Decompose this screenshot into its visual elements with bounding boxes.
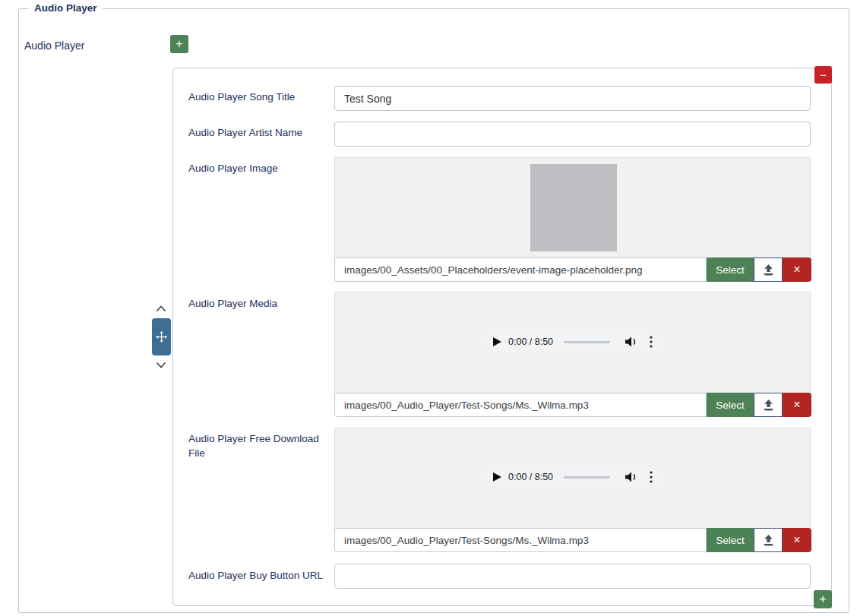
volume-icon[interactable] (625, 336, 638, 347)
remove-row-button[interactable]: − (814, 66, 832, 84)
upload-icon (762, 264, 775, 276)
free-download-select-button[interactable]: Select (707, 528, 754, 552)
move-icon (156, 331, 167, 343)
upload-icon (762, 399, 775, 412)
kebab-menu-icon[interactable] (650, 471, 653, 483)
buy-button-url-input[interactable] (334, 564, 811, 589)
free-download-player-time: 0:00 / 8:50 (508, 472, 553, 482)
free-download-label: Audio Player Free Download File (188, 431, 319, 460)
media-clear-button[interactable]: × (783, 393, 811, 417)
artist-name-label: Audio Player Artist Name (188, 125, 327, 140)
media-path-input[interactable] (334, 393, 707, 417)
image-preview-area (334, 157, 811, 257)
move-row-up-button[interactable] (156, 303, 166, 310)
fieldset-legend: Audio Player (29, 2, 103, 14)
song-title-input[interactable] (334, 86, 811, 111)
play-icon[interactable] (493, 337, 501, 346)
free-download-clear-button[interactable]: × (783, 528, 811, 552)
image-clear-button[interactable]: × (783, 257, 811, 282)
image-select-button[interactable]: Select (707, 257, 754, 282)
kebab-menu-icon[interactable] (650, 336, 653, 348)
media-progress-bar[interactable] (564, 341, 610, 343)
media-select-button[interactable]: Select (707, 393, 754, 417)
add-row-button[interactable]: + (170, 35, 188, 53)
drag-row-handle[interactable] (152, 318, 171, 355)
media-player-time: 0:00 / 8:50 (508, 336, 553, 347)
audio-player-form: Audio Player Audio Player + − Audio Play… (0, 0, 857, 616)
field-label-audio-player: Audio Player (24, 39, 84, 52)
chevron-down-icon (156, 362, 166, 368)
media-label: Audio Player Media (188, 296, 327, 311)
upload-icon (762, 534, 775, 547)
song-title-label: Audio Player Song Title (188, 90, 327, 104)
image-placeholder-thumbnail (530, 164, 617, 251)
buy-button-url-label: Audio Player Buy Button URL (188, 568, 327, 583)
play-icon[interactable] (493, 472, 501, 482)
image-upload-button[interactable] (754, 257, 783, 282)
free-download-upload-button[interactable] (754, 528, 783, 552)
chevron-up-icon (156, 305, 166, 312)
image-label: Audio Player Image (188, 161, 327, 175)
free-download-audio-player: 0:00 / 8:50 (483, 467, 663, 487)
free-download-path-input[interactable] (334, 528, 707, 552)
free-download-progress-bar[interactable] (564, 476, 610, 479)
volume-icon[interactable] (625, 472, 638, 482)
add-row-below-button[interactable]: + (814, 590, 832, 608)
media-audio-player: 0:00 / 8:50 (483, 332, 663, 352)
image-path-input[interactable] (334, 257, 707, 282)
move-row-down-button[interactable] (156, 359, 166, 366)
media-upload-button[interactable] (754, 393, 783, 417)
artist-name-input[interactable] (334, 122, 811, 147)
